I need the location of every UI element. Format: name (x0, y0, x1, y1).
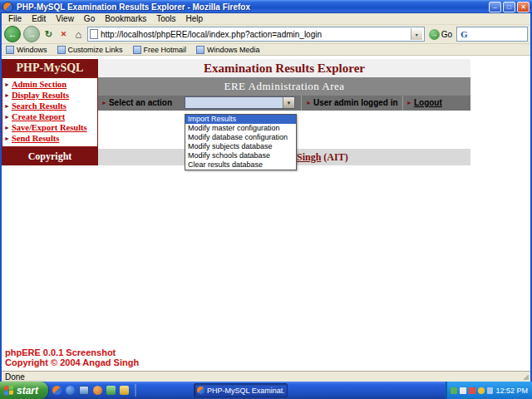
select-action-text: Select an action (109, 98, 172, 107)
quick-launch-icon-6[interactable] (120, 386, 129, 395)
sidebar-row: ► Send Results (2, 133, 97, 144)
bookmark-windows-media[interactable]: Windows Media (196, 46, 260, 54)
url-text[interactable]: http://localhost/phpERE/local/index.php?… (101, 30, 411, 39)
action-select[interactable]: ▼ (185, 96, 295, 109)
reload-button[interactable]: ↻ (42, 27, 55, 41)
arrow-bullet-icon: ► (306, 100, 312, 106)
admin-area-heading: ERE Administration Area (98, 77, 470, 96)
quick-launch-media-icon[interactable] (93, 386, 102, 395)
minimize-button[interactable]: – (489, 2, 501, 12)
tray-icon-3[interactable] (469, 387, 475, 394)
quick-launch-bar (52, 382, 136, 399)
sidebar-row: ► Display Results (2, 90, 97, 101)
quick-launch-firefox-icon[interactable] (52, 386, 62, 395)
tray-icon-2[interactable] (460, 387, 466, 394)
quick-launch-icon-5[interactable] (106, 386, 116, 395)
arrow-bullet-icon: ► (4, 114, 10, 120)
menubar: File Edit View Go Bookmarks Tools Help (2, 13, 530, 25)
taskbar-window-label: PHP-MySQL Examinat... (207, 387, 284, 395)
select-action-label: ► Select an action (101, 98, 172, 107)
bookmark-free-hotmail[interactable]: Free Hotmail (133, 46, 187, 54)
sidebar-link-create-report[interactable]: Create Report (12, 112, 65, 121)
sidebar-link-save-export-results[interactable]: Save/Export Results (12, 123, 87, 132)
dropdown-option-clear-results-database[interactable]: Clear results database (185, 160, 296, 170)
page-title: Examination Results Explorer (204, 62, 365, 76)
chevron-down-icon[interactable]: ▼ (283, 97, 294, 108)
sidebar-row: ► Create Report (2, 111, 97, 122)
dropdown-option-import-results[interactable]: Import Results (185, 115, 296, 124)
bookmark-windows[interactable]: Windows (6, 46, 47, 54)
url-bar[interactable]: http://localhost/phpERE/local/index.php?… (87, 27, 425, 42)
taskbar-clock: 12:52 PM (495, 387, 532, 395)
menu-edit[interactable]: Edit (27, 14, 51, 23)
user-status-text: User admin logged in (313, 98, 398, 107)
site-brand: PHP-MySQL (2, 59, 98, 77)
user-status-label: ► User admin logged in (306, 98, 398, 107)
bookmark-label: Windows (17, 46, 47, 54)
firefox-icon (2, 2, 13, 12)
tray-icon-1[interactable] (451, 387, 457, 394)
sidebar-link-send-results[interactable]: Send Results (12, 134, 59, 143)
taskbar-divider (135, 384, 136, 397)
user-org-text: (AIT) (323, 151, 347, 163)
navigation-toolbar: ← → ↻ ✕ ⌂ http://localhost/phpERE/local/… (2, 25, 530, 44)
tray-icon-4[interactable] (478, 387, 485, 394)
screen: PHP-MySQL Examination Results Explorer -… (0, 0, 532, 399)
user-info-text: Singh (AIT) (297, 151, 348, 164)
dropdown-option-modify-subjects-database[interactable]: Modify subjects database (185, 142, 296, 151)
taskbar-window-button[interactable]: PHP-MySQL Examinat... (194, 383, 288, 397)
search-input[interactable]: G (456, 27, 528, 42)
sidebar-row: ► Search Results (2, 101, 97, 111)
status-bar: Done (2, 371, 530, 382)
bookmark-icon (57, 46, 66, 54)
page-viewport: PHP-MySQL ► Admin Section ► Display Resu… (2, 56, 530, 371)
forward-button[interactable]: → (23, 26, 40, 42)
go-arrow-icon: → (429, 29, 440, 40)
menu-help[interactable]: Help (181, 14, 209, 23)
user-name-link[interactable]: Singh (297, 151, 321, 163)
stop-button[interactable]: ✕ (57, 27, 70, 41)
admin-action-bar: ► Select an action ▼ ► User admin logged… (98, 96, 470, 111)
dropdown-option-modify-database-configuration[interactable]: Modify database configuration (185, 133, 296, 142)
bookmark-label: Customize Links (68, 46, 123, 54)
quick-launch-internet-icon[interactable] (66, 386, 75, 395)
window-title: PHP-MySQL Examination Results Explorer -… (17, 2, 487, 12)
back-button[interactable]: ← (4, 26, 21, 42)
status-text: Done (5, 372, 25, 382)
tray-icon-5[interactable] (487, 387, 494, 394)
firefox-icon (197, 387, 204, 394)
close-button[interactable]: ✕ (517, 2, 530, 12)
quick-launch-show-desktop-icon[interactable] (79, 386, 89, 395)
sidebar-link-admin-section[interactable]: Admin Section (12, 80, 66, 89)
menu-view[interactable]: View (51, 14, 79, 23)
bookmark-icon (196, 46, 204, 54)
home-button[interactable]: ⌂ (72, 27, 85, 41)
url-history-dropdown-icon[interactable]: ▾ (411, 28, 422, 40)
logout-text[interactable]: Logout (414, 98, 442, 107)
start-button[interactable]: start (0, 382, 48, 399)
footer-copyright-text: Copyright © 2004 Angad Singh (5, 357, 139, 367)
dropdown-option-modify-schools-database[interactable]: Modify schools database (185, 151, 296, 160)
menu-file[interactable]: File (3, 14, 27, 23)
go-label: Go (441, 30, 452, 39)
cell-divider (301, 96, 302, 111)
menu-tools[interactable]: Tools (151, 14, 180, 23)
bookmark-customize-links[interactable]: Customize Links (57, 46, 123, 54)
arrow-bullet-icon: ► (406, 100, 412, 106)
arrow-bullet-icon: ► (4, 125, 10, 131)
go-button[interactable]: → Go (427, 29, 454, 40)
google-search-icon: G (461, 29, 468, 39)
resize-grip[interactable] (523, 373, 529, 381)
arrow-bullet-icon: ► (4, 92, 10, 98)
page-title-row: Examination Results Explorer (98, 59, 470, 77)
dropdown-option-modify-master-configuration[interactable]: Modify master configuration (185, 124, 296, 133)
arrow-bullet-icon: ► (4, 135, 10, 141)
sidebar-link-display-results[interactable]: Display Results (12, 91, 69, 100)
logout-link[interactable]: ► Logout (406, 98, 442, 107)
sidebar-link-search-results[interactable]: Search Results (12, 101, 66, 111)
menu-bookmarks[interactable]: Bookmarks (100, 14, 151, 23)
maximize-button[interactable]: □ (503, 2, 515, 12)
sidebar-row: ► Admin Section (2, 79, 97, 90)
arrow-bullet-icon: ► (4, 103, 10, 109)
menu-go[interactable]: Go (79, 14, 100, 23)
